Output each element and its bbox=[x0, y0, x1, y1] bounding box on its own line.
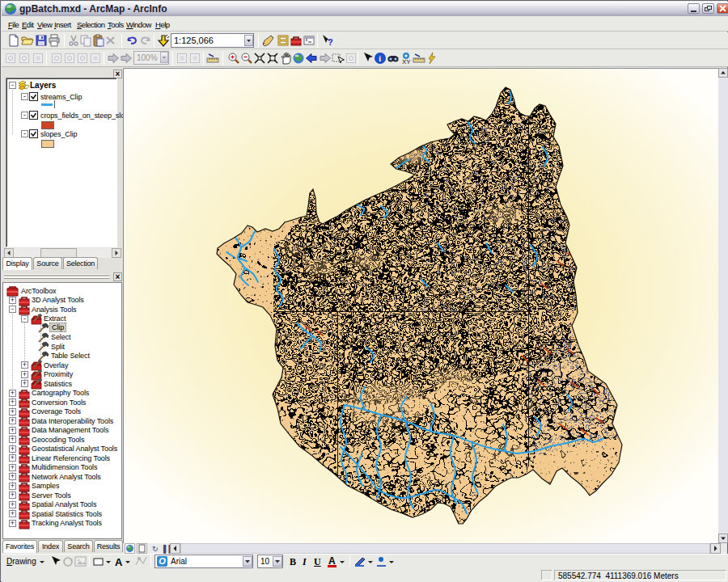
svg-text:i: i bbox=[379, 54, 381, 63]
svg-text:XY: XY bbox=[402, 58, 411, 65]
svg-text:?: ? bbox=[328, 37, 333, 47]
